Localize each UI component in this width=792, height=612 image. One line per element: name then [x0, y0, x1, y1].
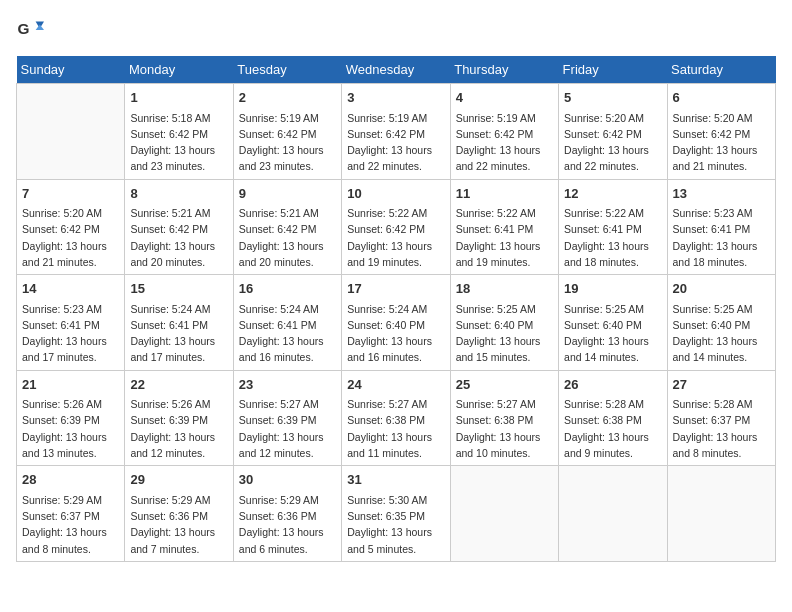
day-number: 31	[347, 470, 444, 490]
day-number: 10	[347, 184, 444, 204]
day-info: Sunrise: 5:28 AMSunset: 6:38 PMDaylight:…	[564, 396, 661, 461]
day-number: 12	[564, 184, 661, 204]
calendar-cell: 27Sunrise: 5:28 AMSunset: 6:37 PMDayligh…	[667, 370, 775, 466]
day-info: Sunrise: 5:22 AMSunset: 6:41 PMDaylight:…	[564, 205, 661, 270]
calendar-cell: 14Sunrise: 5:23 AMSunset: 6:41 PMDayligh…	[17, 275, 125, 371]
weekday-header-thursday: Thursday	[450, 56, 558, 84]
weekday-header-monday: Monday	[125, 56, 233, 84]
day-number: 14	[22, 279, 119, 299]
day-number: 28	[22, 470, 119, 490]
day-info: Sunrise: 5:27 AMSunset: 6:38 PMDaylight:…	[456, 396, 553, 461]
day-number: 20	[673, 279, 770, 299]
day-info: Sunrise: 5:18 AMSunset: 6:42 PMDaylight:…	[130, 110, 227, 175]
day-number: 26	[564, 375, 661, 395]
calendar-week-row: 1Sunrise: 5:18 AMSunset: 6:42 PMDaylight…	[17, 84, 776, 180]
day-info: Sunrise: 5:29 AMSunset: 6:37 PMDaylight:…	[22, 492, 119, 557]
calendar-cell: 8Sunrise: 5:21 AMSunset: 6:42 PMDaylight…	[125, 179, 233, 275]
calendar-header-row: SundayMondayTuesdayWednesdayThursdayFrid…	[17, 56, 776, 84]
day-number: 3	[347, 88, 444, 108]
day-number: 27	[673, 375, 770, 395]
weekday-header-saturday: Saturday	[667, 56, 775, 84]
day-number: 29	[130, 470, 227, 490]
calendar-cell: 1Sunrise: 5:18 AMSunset: 6:42 PMDaylight…	[125, 84, 233, 180]
day-number: 23	[239, 375, 336, 395]
day-info: Sunrise: 5:21 AMSunset: 6:42 PMDaylight:…	[239, 205, 336, 270]
day-info: Sunrise: 5:26 AMSunset: 6:39 PMDaylight:…	[22, 396, 119, 461]
calendar-cell: 5Sunrise: 5:20 AMSunset: 6:42 PMDaylight…	[559, 84, 667, 180]
day-info: Sunrise: 5:28 AMSunset: 6:37 PMDaylight:…	[673, 396, 770, 461]
calendar-cell: 7Sunrise: 5:20 AMSunset: 6:42 PMDaylight…	[17, 179, 125, 275]
day-number: 19	[564, 279, 661, 299]
calendar-cell: 16Sunrise: 5:24 AMSunset: 6:41 PMDayligh…	[233, 275, 341, 371]
day-number: 8	[130, 184, 227, 204]
day-info: Sunrise: 5:27 AMSunset: 6:39 PMDaylight:…	[239, 396, 336, 461]
calendar-cell: 13Sunrise: 5:23 AMSunset: 6:41 PMDayligh…	[667, 179, 775, 275]
day-number: 16	[239, 279, 336, 299]
calendar-cell: 24Sunrise: 5:27 AMSunset: 6:38 PMDayligh…	[342, 370, 450, 466]
calendar-cell: 25Sunrise: 5:27 AMSunset: 6:38 PMDayligh…	[450, 370, 558, 466]
day-info: Sunrise: 5:25 AMSunset: 6:40 PMDaylight:…	[673, 301, 770, 366]
calendar-cell: 23Sunrise: 5:27 AMSunset: 6:39 PMDayligh…	[233, 370, 341, 466]
calendar-week-row: 21Sunrise: 5:26 AMSunset: 6:39 PMDayligh…	[17, 370, 776, 466]
calendar-cell: 11Sunrise: 5:22 AMSunset: 6:41 PMDayligh…	[450, 179, 558, 275]
calendar-cell	[17, 84, 125, 180]
calendar-week-row: 28Sunrise: 5:29 AMSunset: 6:37 PMDayligh…	[17, 466, 776, 562]
calendar-cell: 2Sunrise: 5:19 AMSunset: 6:42 PMDaylight…	[233, 84, 341, 180]
calendar-cell	[667, 466, 775, 562]
day-info: Sunrise: 5:22 AMSunset: 6:42 PMDaylight:…	[347, 205, 444, 270]
day-info: Sunrise: 5:23 AMSunset: 6:41 PMDaylight:…	[673, 205, 770, 270]
day-info: Sunrise: 5:27 AMSunset: 6:38 PMDaylight:…	[347, 396, 444, 461]
logo: G	[16, 16, 48, 44]
calendar-header: G	[16, 16, 776, 44]
day-number: 7	[22, 184, 119, 204]
day-number: 6	[673, 88, 770, 108]
day-info: Sunrise: 5:19 AMSunset: 6:42 PMDaylight:…	[347, 110, 444, 175]
day-info: Sunrise: 5:24 AMSunset: 6:41 PMDaylight:…	[239, 301, 336, 366]
day-info: Sunrise: 5:20 AMSunset: 6:42 PMDaylight:…	[22, 205, 119, 270]
day-number: 11	[456, 184, 553, 204]
calendar-cell: 18Sunrise: 5:25 AMSunset: 6:40 PMDayligh…	[450, 275, 558, 371]
day-number: 22	[130, 375, 227, 395]
calendar-cell: 15Sunrise: 5:24 AMSunset: 6:41 PMDayligh…	[125, 275, 233, 371]
calendar-week-row: 14Sunrise: 5:23 AMSunset: 6:41 PMDayligh…	[17, 275, 776, 371]
day-info: Sunrise: 5:30 AMSunset: 6:35 PMDaylight:…	[347, 492, 444, 557]
calendar-cell: 20Sunrise: 5:25 AMSunset: 6:40 PMDayligh…	[667, 275, 775, 371]
day-number: 2	[239, 88, 336, 108]
day-number: 21	[22, 375, 119, 395]
weekday-header-tuesday: Tuesday	[233, 56, 341, 84]
day-number: 25	[456, 375, 553, 395]
calendar-cell: 29Sunrise: 5:29 AMSunset: 6:36 PMDayligh…	[125, 466, 233, 562]
day-number: 15	[130, 279, 227, 299]
day-info: Sunrise: 5:26 AMSunset: 6:39 PMDaylight:…	[130, 396, 227, 461]
day-info: Sunrise: 5:19 AMSunset: 6:42 PMDaylight:…	[456, 110, 553, 175]
weekday-header-wednesday: Wednesday	[342, 56, 450, 84]
weekday-header-sunday: Sunday	[17, 56, 125, 84]
day-info: Sunrise: 5:23 AMSunset: 6:41 PMDaylight:…	[22, 301, 119, 366]
day-number: 5	[564, 88, 661, 108]
day-number: 4	[456, 88, 553, 108]
calendar-cell: 6Sunrise: 5:20 AMSunset: 6:42 PMDaylight…	[667, 84, 775, 180]
day-number: 24	[347, 375, 444, 395]
calendar-cell: 26Sunrise: 5:28 AMSunset: 6:38 PMDayligh…	[559, 370, 667, 466]
day-number: 13	[673, 184, 770, 204]
day-info: Sunrise: 5:25 AMSunset: 6:40 PMDaylight:…	[456, 301, 553, 366]
day-info: Sunrise: 5:24 AMSunset: 6:41 PMDaylight:…	[130, 301, 227, 366]
weekday-header-friday: Friday	[559, 56, 667, 84]
day-info: Sunrise: 5:19 AMSunset: 6:42 PMDaylight:…	[239, 110, 336, 175]
calendar-cell	[450, 466, 558, 562]
logo-icon: G	[16, 16, 44, 44]
svg-marker-2	[36, 24, 44, 30]
day-info: Sunrise: 5:20 AMSunset: 6:42 PMDaylight:…	[673, 110, 770, 175]
calendar-cell: 31Sunrise: 5:30 AMSunset: 6:35 PMDayligh…	[342, 466, 450, 562]
calendar-cell: 4Sunrise: 5:19 AMSunset: 6:42 PMDaylight…	[450, 84, 558, 180]
calendar-cell: 22Sunrise: 5:26 AMSunset: 6:39 PMDayligh…	[125, 370, 233, 466]
day-number: 30	[239, 470, 336, 490]
day-info: Sunrise: 5:22 AMSunset: 6:41 PMDaylight:…	[456, 205, 553, 270]
day-info: Sunrise: 5:29 AMSunset: 6:36 PMDaylight:…	[239, 492, 336, 557]
calendar-cell: 10Sunrise: 5:22 AMSunset: 6:42 PMDayligh…	[342, 179, 450, 275]
calendar-cell: 12Sunrise: 5:22 AMSunset: 6:41 PMDayligh…	[559, 179, 667, 275]
svg-text:G: G	[17, 20, 29, 37]
day-info: Sunrise: 5:25 AMSunset: 6:40 PMDaylight:…	[564, 301, 661, 366]
calendar-cell: 17Sunrise: 5:24 AMSunset: 6:40 PMDayligh…	[342, 275, 450, 371]
day-info: Sunrise: 5:29 AMSunset: 6:36 PMDaylight:…	[130, 492, 227, 557]
